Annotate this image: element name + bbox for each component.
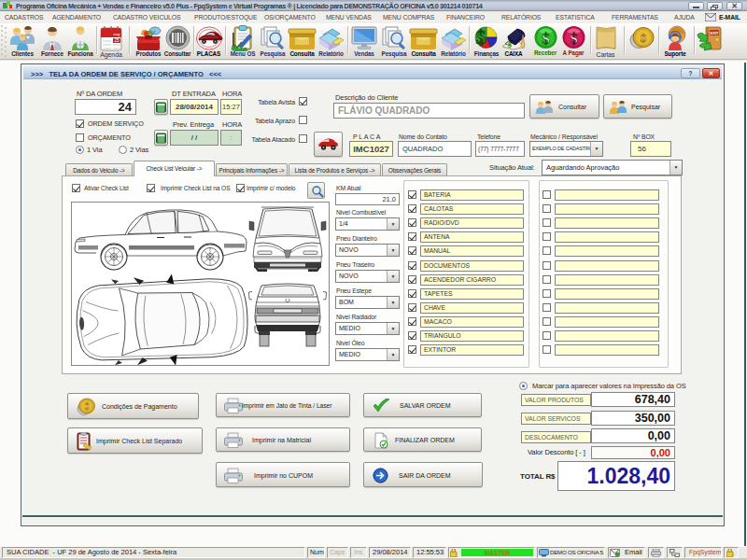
- svg-text:$: $: [640, 31, 646, 45]
- svg-text:aug: aug: [114, 32, 120, 36]
- svg-text:EXIT: EXIT: [710, 31, 718, 35]
- svg-text:$: $: [85, 401, 90, 412]
- svg-text:$: $: [542, 30, 550, 48]
- svg-text:25: 25: [115, 38, 120, 43]
- svg-text:$: $: [570, 30, 578, 48]
- svg-text:$: $: [475, 25, 486, 49]
